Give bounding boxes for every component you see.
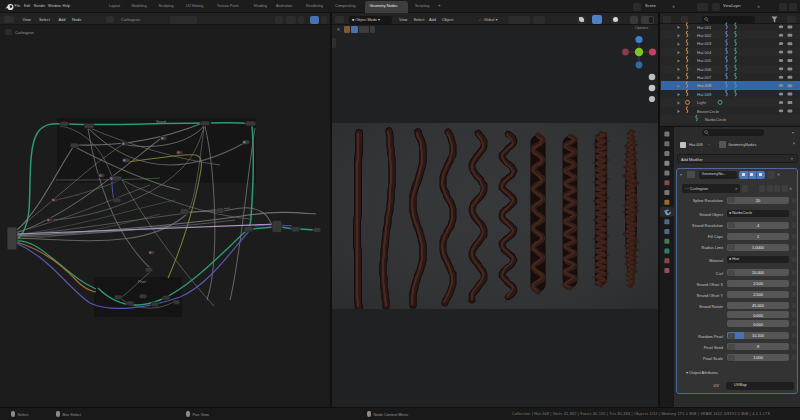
svg-text:Hat.002: Hat.002 — [697, 33, 712, 38]
svg-text:Light: Light — [697, 100, 707, 105]
svg-text:Hat.008: Hat.008 — [697, 83, 712, 88]
svg-text:Hat.009: Hat.009 — [697, 92, 712, 97]
svg-text:Hat.001: Hat.001 — [697, 25, 712, 30]
svg-text:Hat.006: Hat.006 — [697, 67, 712, 72]
svg-text:BezierCircle: BezierCircle — [697, 109, 720, 114]
svg-text:Hat.007: Hat.007 — [697, 75, 712, 80]
svg-text:Hat.003: Hat.003 — [697, 41, 712, 46]
svg-text:Hat.005: Hat.005 — [697, 58, 712, 63]
svg-text:Hat.004: Hat.004 — [697, 50, 712, 55]
svg-text:NurbsCircle: NurbsCircle — [705, 117, 727, 122]
